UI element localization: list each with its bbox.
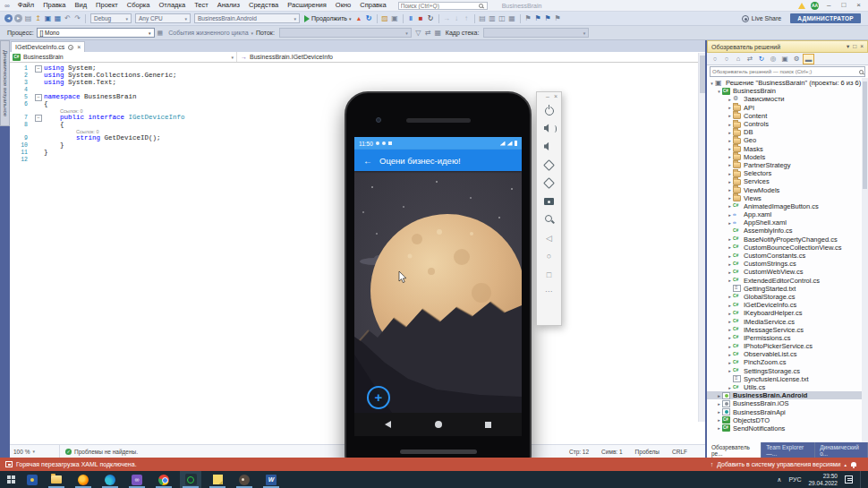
window-tool-icon[interactable]: ▤ (478, 13, 488, 25)
tree-item[interactable]: ▸ App.xaml (707, 210, 868, 218)
taskbar-search-app[interactable] (21, 471, 43, 488)
debug-icon[interactable]: ‖ (406, 13, 416, 25)
tree-item[interactable]: ▸ BusinessBrainApi (707, 408, 868, 416)
thread-dropdown[interactable]: ▾ (279, 28, 412, 38)
tree-item[interactable]: ▸ Utils.cs (707, 383, 868, 391)
expander-icon[interactable]: ▸ (727, 253, 733, 259)
menu-item[interactable]: Окно (331, 0, 355, 11)
tree-item[interactable]: ▸ IGetDeviceInfo.cs (707, 301, 868, 309)
minimize-button[interactable]: – (824, 0, 833, 11)
menu-item[interactable]: Анализ (213, 0, 244, 11)
tree-item[interactable]: ▸ DB (707, 128, 868, 136)
tree-scrollbar[interactable] (862, 78, 868, 442)
tree-item[interactable]: ▸ API (707, 104, 868, 112)
expander-icon[interactable]: ▸ (727, 344, 733, 349)
maximize-button[interactable]: □ (838, 0, 848, 11)
tree-item[interactable]: ▸ ViewModels (707, 185, 868, 193)
menu-item[interactable]: Вид (71, 0, 92, 11)
tree-item[interactable]: ▸ PartnerStrategy (707, 161, 868, 169)
toolbar-icon[interactable]: ▤ (23, 13, 33, 25)
tray-chevron-icon[interactable]: ∧ (777, 476, 781, 484)
scrollbar-thumb[interactable] (700, 56, 705, 93)
tree-item[interactable]: ▸ Models (707, 153, 868, 161)
expander-icon[interactable]: ▸ (727, 130, 733, 135)
tool-window-tab-visual-tree[interactable]: Динамическое визуальное дерево (0, 40, 10, 126)
solution-explorer-header[interactable]: Обозреватель решений ▾ □ × (707, 40, 868, 53)
tree-item[interactable]: ▸ CustomConstants.cs (707, 252, 868, 260)
window-tool-icon[interactable]: ▥ (488, 13, 498, 25)
member-dropdown-breadcrumb[interactable]: → BusinessBrain.IGetDeviceInfo (237, 54, 336, 60)
expander-icon[interactable]: ▸ (727, 97, 733, 102)
expander-icon[interactable]: ▸ (727, 303, 733, 308)
tree-item[interactable]: GettingStarted.txt (707, 285, 868, 293)
expander-icon[interactable]: ▸ (716, 409, 722, 415)
debug-icon[interactable]: ↻ (426, 13, 436, 25)
tool-window-tab[interactable]: Обозреватель ре... (707, 442, 762, 458)
bookmark-icon[interactable]: ⚑ (543, 13, 553, 25)
explorer-tool-icon[interactable]: ⇄ (745, 54, 755, 64)
expander-icon[interactable]: ▸ (727, 212, 733, 218)
tree-item[interactable]: ▸ CustomBounceCollectionView.cs (707, 244, 868, 252)
bookmark-icon[interactable]: ⚑ (533, 13, 543, 25)
solution-search-input[interactable] (711, 69, 858, 74)
taskbar-chrome[interactable] (153, 471, 174, 488)
taskbar-firefox[interactable] (72, 471, 94, 488)
show-desktop-button[interactable] (860, 471, 863, 488)
android-home-button[interactable] (435, 421, 442, 428)
warning-icon[interactable] (798, 3, 805, 9)
eol-indicator[interactable]: CRLF (672, 449, 687, 455)
project-dropdown-breadcrumb[interactable]: C# BusinessBrain ▾ (10, 52, 237, 62)
expander-icon[interactable]: ▸ (727, 105, 733, 110)
tree-item[interactable]: ▸ PinchZoom.cs (707, 358, 868, 366)
tree-item[interactable]: ▸ IKeyboardHelper.cs (707, 309, 868, 317)
editor-vertical-scrollbar[interactable] (698, 53, 705, 422)
close-button[interactable]: × (854, 0, 864, 11)
explorer-tool-icon[interactable]: ⌂ (733, 54, 744, 64)
tree-item[interactable]: ▸ ObservableList.cs (707, 350, 868, 358)
tree-item[interactable]: ▸ GlobalStorage.cs (707, 293, 868, 301)
tree-item[interactable]: ▾ BusinessBrain (707, 87, 868, 95)
tree-item[interactable]: ▸ CustomStrings.cs (707, 260, 868, 268)
code-line[interactable]: 2 using System.Collections.Generic; (10, 72, 705, 79)
toolbar-icon[interactable]: ▣ (43, 13, 53, 25)
explorer-tool-icon[interactable]: ▣ (779, 54, 790, 64)
expander-icon[interactable]: ▸ (727, 294, 733, 299)
expander-icon[interactable]: ▸ (727, 195, 733, 201)
start-button[interactable] (0, 471, 21, 488)
explorer-tool-icon[interactable]: ▬ (803, 54, 814, 64)
menu-item[interactable]: Средства (244, 0, 283, 11)
tree-item[interactable]: ▸ IMessageService.cs (707, 326, 868, 334)
toolbar-icon[interactable]: ▨ (380, 13, 390, 25)
app-artwork-moon-mountains[interactable] (354, 171, 522, 413)
action-center-icon[interactable] (845, 475, 853, 484)
toolbar-icon[interactable]: ◂ (4, 14, 13, 22)
add-to-source-control-button[interactable]: ↑ Добавить в систему управления версиями… (711, 461, 863, 468)
tree-item[interactable]: ▾ Решение "BusinessBarain" (проекты: 6 и… (707, 79, 868, 87)
codelens-references[interactable]: Ссылок: 0 (76, 129, 99, 134)
expander-icon[interactable]: ▸ (727, 368, 733, 373)
emulator-overview-icon[interactable]: □ (543, 269, 556, 281)
taskbar-word[interactable]: W (260, 471, 282, 488)
toolbar-icon[interactable]: ↥ (33, 13, 43, 25)
expander-icon[interactable]: ▸ (727, 154, 733, 159)
tree-item[interactable]: ▸ Controls (707, 120, 868, 128)
expander-icon[interactable]: ▸ (727, 360, 733, 365)
filter-icon[interactable]: ▦ (433, 27, 443, 39)
administrator-badge[interactable]: АДМИНИСТРАТОР (790, 13, 861, 23)
tree-item[interactable]: ▸ BaseNotifyPropertyChanged.cs (707, 235, 868, 244)
taskbar-sticky-notes[interactable] (207, 471, 228, 488)
back-arrow-button[interactable]: ← (354, 156, 379, 166)
expander-icon[interactable]: ▸ (727, 278, 733, 283)
volume-down-icon[interactable] (543, 141, 556, 153)
problems-status[interactable]: Проблемы не найдены. (74, 449, 138, 455)
toolbar-icon[interactable]: ↶ (63, 13, 72, 25)
notifications-bell-icon[interactable] (850, 461, 857, 468)
expander-icon[interactable]: ▸ (727, 162, 733, 167)
pin-icon[interactable] (68, 45, 73, 50)
expander-icon[interactable]: ▸ (727, 113, 733, 118)
expander-icon[interactable]: ▸ (727, 220, 733, 226)
expander-icon[interactable]: ▸ (727, 319, 733, 324)
tree-item[interactable]: ▸ SendNotifications (707, 424, 868, 432)
zoom-icon[interactable] (543, 213, 556, 226)
code-line[interactable]: 1 using System; (10, 64, 705, 72)
